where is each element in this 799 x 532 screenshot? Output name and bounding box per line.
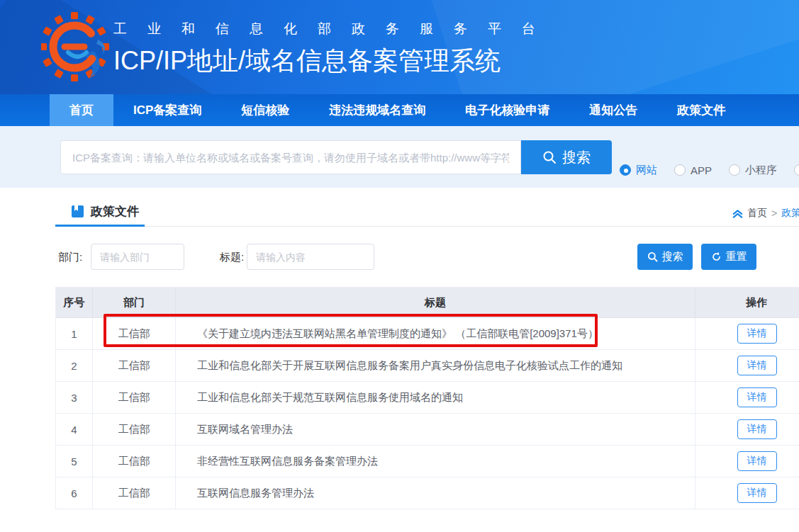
row-action-cell: 详情	[695, 414, 799, 445]
search-type-radio-group: 网站 APP 小程序 快应用	[620, 160, 799, 180]
row-dept: 工信部	[93, 382, 176, 413]
row-action-cell: 详情	[695, 318, 799, 349]
row-dept: 工信部	[93, 477, 176, 509]
breadcrumb-current[interactable]: 政策文件	[781, 207, 799, 220]
detail-button[interactable]: 详情	[737, 451, 777, 471]
row-action-cell: 详情	[695, 446, 799, 477]
radio-icon	[729, 164, 740, 176]
row-action-cell: 详情	[695, 350, 799, 381]
policy-table: 序号 部门 标题 操作 1 工信部 《关于建立境内违法互联网站黑名单管理制度的通…	[55, 287, 799, 509]
gear-e-logo-icon	[41, 11, 112, 82]
row-dept: 工信部	[93, 318, 176, 349]
filter-reset-label: 重置	[726, 250, 747, 264]
row-action-cell: 详情	[695, 477, 799, 509]
row-title: 《关于建立境内违法互联网站黑名单管理制度的通知》 （工信部联电管[2009]37…	[176, 318, 695, 349]
header-title: 标题	[176, 288, 695, 317]
section-divider	[55, 226, 799, 227]
dept-filter-input[interactable]	[91, 244, 184, 270]
radio-label: 小程序	[745, 164, 777, 177]
filter-reset-button[interactable]: 重置	[701, 244, 756, 270]
row-index: 1	[56, 318, 93, 349]
home-icon	[732, 208, 743, 219]
magnifier-icon	[647, 251, 658, 262]
section-title: 政策文件	[91, 203, 139, 220]
table-row: 2 工信部 工业和信息化部关于开展互联网信息服务备案用户真实身份信息电子化核验试…	[56, 350, 799, 382]
filter-search-button[interactable]: 搜索	[637, 244, 693, 270]
row-title: 互联网信息服务管理办法	[176, 477, 695, 509]
radio-icon	[620, 164, 631, 176]
row-action-cell: 详情	[695, 382, 799, 413]
row-dept: 工信部	[93, 350, 176, 381]
nav-item-e-verification-apply[interactable]: 电子化核验申请	[445, 94, 569, 126]
magnifier-icon	[542, 150, 557, 164]
radio-label: APP	[691, 164, 712, 176]
header-action: 操作	[695, 288, 799, 317]
row-title: 互联网域名管理办法	[176, 414, 695, 445]
section-active-underline	[55, 225, 145, 227]
row-dept: 工信部	[93, 446, 176, 477]
filter-search-label: 搜索	[662, 250, 683, 264]
header-dept: 部门	[93, 288, 176, 317]
detail-button[interactable]: 详情	[737, 324, 777, 344]
platform-title: 工业和信息化部政务服务平台	[113, 20, 556, 38]
icp-search-button[interactable]: 搜索	[521, 140, 612, 174]
system-title: ICP/IP地址/域名信息备案管理系统	[113, 44, 556, 79]
row-index: 5	[56, 446, 93, 477]
dept-filter-label: 部门:	[58, 251, 82, 264]
row-index: 4	[56, 414, 93, 445]
row-index: 3	[56, 382, 93, 413]
row-dept: 工信部	[93, 414, 176, 445]
table-row: 5 工信部 非经营性互联网信息服务备案管理办法 详情	[56, 446, 799, 477]
table-row: 6 工信部 互联网信息服务管理办法 详情	[56, 477, 799, 509]
site-header: 工业和信息化部政务服务平台 ICP/IP地址/域名信息备案管理系统	[0, 0, 799, 94]
nav-item-icp-record-query[interactable]: ICP备案查询	[113, 94, 221, 126]
detail-button[interactable]: 详情	[737, 419, 777, 439]
search-type-app[interactable]: APP	[674, 164, 712, 176]
breadcrumb-separator: >	[771, 208, 777, 219]
nav-item-illegal-domain-query[interactable]: 违法违规域名查询	[309, 94, 445, 126]
radio-label: 网站	[636, 164, 657, 177]
row-title: 工业和信息化部关于规范互联网信息服务使用域名的通知	[176, 382, 695, 413]
search-button-label: 搜索	[562, 148, 591, 167]
breadcrumb-home-link[interactable]: 首页	[747, 207, 767, 220]
breadcrumb: 首页 > 政策文件	[732, 207, 799, 220]
title-filter-label: 标题:	[220, 251, 244, 264]
title-filter-input[interactable]	[247, 244, 374, 270]
nav-item-home[interactable]: 首页	[50, 94, 113, 126]
detail-button[interactable]: 详情	[737, 387, 777, 407]
nav-item-sms-verification[interactable]: 短信核验	[221, 94, 309, 126]
detail-button[interactable]: 详情	[737, 356, 777, 375]
table-header-row: 序号 部门 标题 操作	[56, 288, 799, 318]
main-nav: 首页ICP备案查询短信核验违法违规域名查询电子化核验申请通知公告政策文件	[0, 94, 799, 126]
search-type-mini-program[interactable]: 小程序	[729, 164, 777, 177]
nav-item-policy-files[interactable]: 政策文件	[657, 94, 745, 126]
row-title: 非经营性互联网信息服务备案管理办法	[176, 446, 695, 477]
search-type-website[interactable]: 网站	[620, 164, 657, 177]
icp-search-input[interactable]	[60, 140, 521, 174]
refresh-icon	[711, 251, 722, 262]
header-no: 序号	[56, 288, 93, 317]
row-index: 6	[56, 477, 93, 509]
book-icon	[71, 205, 84, 218]
detail-button[interactable]: 详情	[737, 483, 777, 503]
search-type-quick-app[interactable]: 快应用	[794, 164, 799, 177]
table-row: 1 工信部 《关于建立境内违法互联网站黑名单管理制度的通知》 （工信部联电管[2…	[56, 318, 799, 350]
nav-item-notices[interactable]: 通知公告	[569, 94, 657, 126]
table-row: 4 工信部 互联网域名管理办法 详情	[56, 414, 799, 446]
radio-icon	[794, 164, 799, 176]
radio-icon	[674, 164, 686, 176]
row-title: 工业和信息化部关于开展互联网信息服务备案用户真实身份信息电子化核验试点工作的通知	[176, 350, 695, 381]
table-row: 3 工信部 工业和信息化部关于规范互联网信息服务使用域名的通知 详情	[56, 382, 799, 414]
row-index: 2	[56, 350, 93, 381]
